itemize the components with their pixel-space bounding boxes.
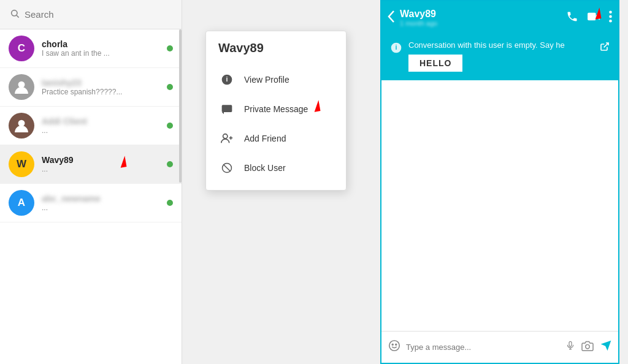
hello-button[interactable]: HELLO (408, 55, 462, 72)
svg-point-21 (396, 344, 397, 345)
more-options-button[interactable] (609, 10, 612, 26)
contact-name-addi: Addi Client (42, 116, 162, 126)
chat-panel: Wavy89 1 month ago (380, 0, 619, 364)
menu-label-add-friend: Add Friend (244, 134, 286, 143)
info-icon: i (218, 71, 236, 88)
svg-rect-12 (588, 12, 596, 20)
contact-item-abc[interactable]: A abc_newname ... (0, 184, 182, 222)
contact-name-wavy89: Wavy89 (42, 155, 162, 165)
contact-info-wavy89: Wavy89 ... (42, 155, 162, 173)
svg-line-1 (17, 15, 19, 18)
contact-name-chorla: chorla (42, 39, 162, 49)
chat-username: Wavy89 (400, 9, 566, 20)
svg-text:i: i (226, 75, 228, 83)
sidebar: C chorla I saw an ant in the ... tanishy… (0, 0, 182, 364)
contact-name-tanishy23: tanishy23 (42, 78, 162, 88)
chat-input-bar (381, 331, 618, 363)
search-bar[interactable] (0, 0, 182, 29)
menu-item-add-friend[interactable]: Add Friend (206, 124, 346, 153)
svg-point-0 (12, 10, 17, 15)
online-dot-wavy89 (167, 161, 173, 167)
menu-item-view-profile[interactable]: i View Profile (206, 65, 346, 94)
scrollbar[interactable] (179, 29, 182, 183)
menu-item-private-message[interactable]: Private Message (206, 94, 346, 124)
chat-notification: i Conversation with this user is empty. … (381, 34, 618, 80)
chat-icon (218, 100, 236, 118)
svg-rect-22 (569, 341, 572, 346)
avatar-addi (9, 113, 34, 138)
contact-name-abc: abc_newname (42, 194, 162, 203)
emoji-button[interactable] (388, 339, 401, 356)
svg-point-20 (392, 344, 393, 345)
svg-point-13 (609, 10, 612, 13)
notification-content: Conversation with this user is empty. Sa… (408, 40, 595, 72)
chat-header: Wavy89 1 month ago (381, 1, 618, 34)
avatar-tanishy23 (9, 74, 34, 100)
online-dot-chorla (167, 45, 173, 51)
contact-preview-wavy89: ... (42, 165, 162, 173)
svg-point-3 (18, 120, 25, 127)
chat-user-info: Wavy89 1 month ago (400, 9, 566, 27)
contact-info-addi: Addi Client ... (42, 116, 162, 135)
contact-item-tanishy23[interactable]: tanishy23 Practice spanish?????... (0, 68, 182, 107)
svg-text:i: i (395, 44, 397, 51)
contact-preview-tanishy23: Practice spanish?????... (42, 88, 162, 96)
contact-info-abc: abc_newname ... (42, 194, 162, 212)
chat-status: 1 month ago (400, 20, 566, 27)
svg-point-2 (18, 82, 25, 88)
cursor-arrow-2 (313, 100, 321, 112)
chat-actions (566, 10, 612, 26)
notification-info-icon: i (390, 42, 402, 57)
message-input[interactable] (406, 343, 565, 352)
contact-list: C chorla I saw an ant in the ... tanishy… (0, 29, 182, 222)
contact-preview-chorla: I saw an ant in the ... (42, 49, 162, 58)
search-input[interactable] (25, 9, 172, 20)
contact-item-chorla[interactable]: C chorla I saw an ant in the ... (0, 29, 182, 68)
external-link-icon[interactable] (600, 42, 610, 54)
search-icon (10, 9, 20, 21)
contact-preview-addi: ... (42, 126, 162, 135)
contact-info-tanishy23: tanishy23 Practice spanish?????... (42, 78, 162, 96)
online-dot-addi (167, 123, 173, 129)
block-icon (218, 159, 236, 176)
call-button[interactable] (566, 10, 578, 26)
svg-line-11 (223, 164, 231, 172)
svg-point-15 (609, 20, 612, 23)
avatar-wavy89: W (9, 151, 34, 177)
microphone-button[interactable] (565, 339, 575, 355)
context-menu: Wavy89 i View Profile Private Message (205, 31, 347, 191)
send-button[interactable] (600, 339, 612, 355)
online-dot-abc (167, 200, 173, 206)
menu-label-view-profile: View Profile (244, 75, 289, 85)
contact-item-addi[interactable]: Addi Client ... (0, 107, 182, 145)
menu-label-private-message: Private Message (244, 104, 308, 114)
contact-preview-abc: ... (42, 203, 162, 212)
camera-button[interactable] (581, 340, 594, 354)
notification-text: Conversation with this user is empty. Sa… (408, 40, 595, 50)
menu-label-block-user: Block User (244, 163, 286, 173)
contact-item-wavy89[interactable]: W Wavy89 ... (0, 145, 182, 184)
svg-line-18 (604, 43, 608, 47)
video-button[interactable] (587, 11, 600, 25)
menu-item-block-user[interactable]: Block User (206, 153, 346, 183)
svg-rect-6 (222, 105, 232, 112)
input-action-icons (565, 339, 612, 355)
chat-messages-area[interactable] (381, 80, 618, 331)
online-dot-tanishy23 (167, 84, 173, 90)
svg-point-19 (389, 340, 400, 351)
svg-point-25 (586, 344, 590, 349)
avatar-abc: A (9, 190, 34, 216)
context-menu-title: Wavy89 (206, 41, 346, 65)
svg-point-7 (223, 134, 228, 138)
svg-point-14 (609, 15, 612, 18)
avatar-chorla: C (9, 36, 34, 61)
back-button[interactable] (388, 10, 395, 26)
contact-info-chorla: chorla I saw an ant in the ... (42, 39, 162, 58)
add-person-icon (218, 130, 236, 147)
